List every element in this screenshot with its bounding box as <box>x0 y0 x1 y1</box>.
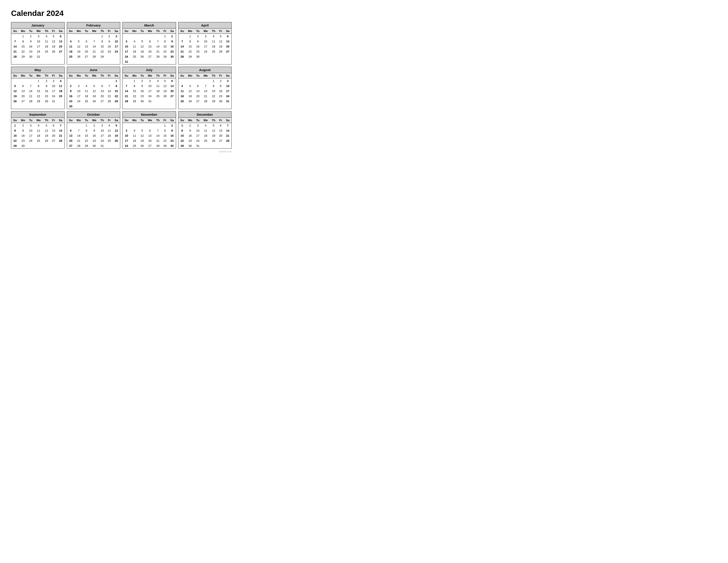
calendar-day: 3 <box>146 78 154 84</box>
calendar-day: 24 <box>194 138 201 143</box>
calendar-day: 11 <box>43 39 50 44</box>
calendar-day: 13 <box>217 128 224 133</box>
calendar-day: 11 <box>57 83 64 88</box>
calendar-day <box>27 78 34 84</box>
calendar-day <box>130 123 139 128</box>
calendar-day: 1 <box>19 34 27 39</box>
calendar-day: 29 <box>161 143 168 148</box>
calendar-day: 27 <box>19 99 27 104</box>
calendar-day: 19 <box>113 133 120 138</box>
calendar-day: 18 <box>106 133 113 138</box>
calendar-day: 10 <box>75 88 83 94</box>
calendar-day <box>11 78 19 84</box>
calendar-day <box>123 34 130 39</box>
calendar-day: 17 <box>201 44 210 49</box>
calendar-day: 13 <box>19 88 27 94</box>
day-header-su: Su <box>123 28 130 34</box>
calendar-day: 30 <box>139 99 146 104</box>
day-header-su: Su <box>11 28 19 34</box>
day-header-th: Th <box>210 28 217 34</box>
calendar-day: 25 <box>67 54 75 59</box>
calendar-day: 4 <box>83 83 90 88</box>
day-header-th: Th <box>43 28 50 34</box>
calendar-day: 26 <box>139 54 146 59</box>
calendar-day: 12 <box>210 128 217 133</box>
calendar-day: 14 <box>27 88 34 94</box>
day-header-sa: Sa <box>224 118 231 123</box>
calendar-day: 21 <box>57 133 64 138</box>
calendar-day: 10 <box>50 83 57 88</box>
calendar-day: 23 <box>168 49 176 54</box>
calendar-day: 1 <box>161 34 168 39</box>
calendar-day: 21 <box>75 138 83 143</box>
calendar-day <box>201 54 210 59</box>
day-header-we: We <box>34 73 43 78</box>
calendar-day: 31 <box>50 99 57 104</box>
calendar-day <box>154 123 161 128</box>
calendar-day: 26 <box>90 99 99 104</box>
day-header-su: Su <box>123 118 130 123</box>
calendar-day: 13 <box>146 133 154 138</box>
day-header-we: We <box>34 28 43 34</box>
day-header-we: We <box>201 73 210 78</box>
calendar-day: 21 <box>106 94 113 99</box>
day-header-sa: Sa <box>113 73 120 78</box>
day-header-th: Th <box>210 118 217 123</box>
day-header-mo: Mo <box>186 118 194 123</box>
calendar-day: 30 <box>67 104 75 109</box>
calendar-day: 29 <box>99 54 106 59</box>
calendar-day: 9 <box>139 83 146 88</box>
calendar-day: 26 <box>43 138 50 143</box>
calendar-day <box>154 99 161 104</box>
calendar-day: 13 <box>146 44 154 49</box>
calendar-day: 17 <box>123 49 130 54</box>
calendar-day <box>43 54 50 59</box>
calendar-day: 29 <box>113 99 120 104</box>
calendar-day: 2 <box>106 34 113 39</box>
day-header-tu: Tu <box>139 73 146 78</box>
calendar-day: 16 <box>168 133 176 138</box>
calendar-day: 22 <box>11 138 19 143</box>
calendar-day: 20 <box>168 88 176 94</box>
calendar-day: 23 <box>106 49 113 54</box>
calendar-day: 12 <box>43 128 50 133</box>
day-header-we: We <box>146 73 154 78</box>
calendar-day: 29 <box>130 99 139 104</box>
calendar-day: 4 <box>43 34 50 39</box>
calendar-day: 6 <box>224 34 231 39</box>
calendar-day: 3 <box>99 123 106 128</box>
calendar-day: 22 <box>178 138 186 143</box>
day-header-tu: Tu <box>139 118 146 123</box>
calendar-day: 7 <box>106 83 113 88</box>
calendar-day <box>67 78 75 84</box>
calendar-day <box>146 34 154 39</box>
day-header-mo: Mo <box>75 118 83 123</box>
calendar-day: 3 <box>123 39 130 44</box>
calendar-day: 15 <box>11 133 19 138</box>
calendar-day <box>27 143 34 148</box>
calendar-day: 26 <box>50 49 57 54</box>
calendar-day: 12 <box>50 39 57 44</box>
calendar-day: 26 <box>75 54 83 59</box>
calendar-day: 30 <box>90 143 99 148</box>
calendar-day: 14 <box>57 128 64 133</box>
calendar-day: 22 <box>161 49 168 54</box>
calendar-day <box>168 99 176 104</box>
day-header-mo: Mo <box>186 28 194 34</box>
day-header-fr: Fr <box>161 73 168 78</box>
day-header-tu: Tu <box>83 73 90 78</box>
calendar-day: 23 <box>67 99 75 104</box>
calendar-day: 14 <box>201 88 210 94</box>
day-header-th: Th <box>99 73 106 78</box>
calendar-day <box>75 34 83 39</box>
calendar-day: 19 <box>161 88 168 94</box>
calendar-day <box>130 34 139 39</box>
calendar-day <box>50 143 57 148</box>
calendar-day: 17 <box>224 88 231 94</box>
calendar-day: 30 <box>168 143 176 148</box>
month-title: August <box>178 67 232 73</box>
calendar-day <box>113 104 120 109</box>
month-july: JulySuMoTuWeThFrSa1234567891011121314151… <box>122 67 176 109</box>
calendar-day: 7 <box>201 83 210 88</box>
calendar-day: 13 <box>224 39 231 44</box>
